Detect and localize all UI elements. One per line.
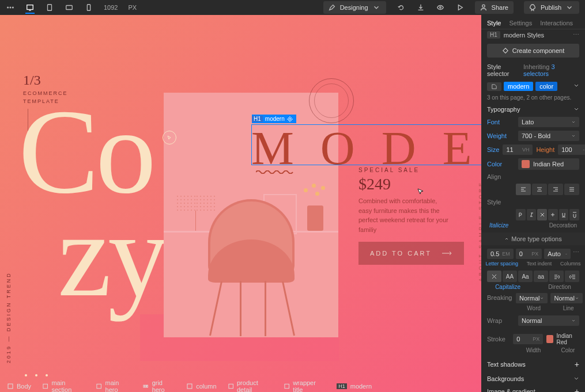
word-break-field[interactable]: Normal: [516, 293, 548, 303]
chevron-down-icon: [565, 3, 574, 12]
text-color-field[interactable]: Indian Red: [518, 158, 579, 170]
stroke-width-field[interactable]: 0PX: [513, 334, 543, 344]
align-left-button[interactable]: [516, 184, 531, 195]
stroke-swatch[interactable]: [546, 335, 553, 343]
size-field[interactable]: 11VH: [503, 144, 533, 155]
design-canvas[interactable]: 1/3 ECOMMERCETEMPLATE Co zy 2019 — DESIG…: [0, 15, 481, 392]
share-button[interactable]: Share: [475, 1, 514, 14]
align-right-button[interactable]: [548, 184, 563, 195]
decoration-overline-button[interactable]: [569, 209, 579, 220]
breadcrumb-item[interactable]: product detail: [222, 379, 278, 392]
breaking-label: Breaking: [487, 294, 515, 301]
align-label: Align: [487, 173, 515, 180]
align-center-button[interactable]: [532, 184, 547, 195]
weight-field[interactable]: 700 - Bold: [518, 131, 579, 141]
rocket-icon: [528, 3, 537, 12]
add-shadow-button[interactable]: +: [575, 360, 579, 369]
breadcrumb-item[interactable]: main section: [37, 379, 90, 392]
direction-rtl-button[interactable]: [565, 271, 579, 282]
class-icon: [487, 82, 501, 91]
wrap-field[interactable]: Normal: [518, 315, 579, 326]
svg-rect-17: [229, 384, 233, 388]
class-chip-color[interactable]: color: [535, 82, 557, 91]
chevron-down-icon[interactable]: [573, 106, 579, 112]
svg-point-2: [13, 7, 14, 8]
inheriting-label[interactable]: Inheriting 3 selectors: [523, 63, 579, 77]
stroke-color-label: Color: [561, 347, 575, 353]
uppercase-button[interactable]: AA: [503, 271, 517, 282]
breadcrumb-item[interactable]: wrapper title: [278, 379, 331, 392]
style-regular-button[interactable]: [516, 209, 526, 220]
svg-rect-12: [97, 384, 101, 388]
direction-ltr-button[interactable]: [549, 271, 564, 282]
letter-spacing-field[interactable]: 0.5EM: [487, 249, 514, 259]
typography-heading[interactable]: Typography: [487, 106, 520, 113]
svg-rect-14: [145, 385, 146, 387]
breadcrumb-item[interactable]: column: [181, 383, 222, 390]
tablet-landscape-icon[interactable]: [65, 3, 74, 12]
decoration-none-button[interactable]: [537, 209, 547, 220]
add-to-cart-button[interactable]: ADD TO CART: [358, 242, 464, 265]
canvas-width-value[interactable]: 1092: [104, 4, 118, 11]
svg-rect-5: [66, 6, 73, 10]
undo-icon[interactable]: [397, 3, 406, 12]
svg-point-1: [10, 7, 11, 8]
gear-icon[interactable]: [287, 116, 293, 122]
size-label: Size: [487, 146, 499, 153]
decoration-underline-button[interactable]: [559, 209, 569, 220]
svg-point-9: [289, 118, 291, 120]
breadcrumb-item[interactable]: Body: [2, 383, 37, 390]
svg-point-0: [7, 7, 9, 8]
export-icon[interactable]: [416, 3, 425, 12]
add-bg-button[interactable]: +: [575, 387, 579, 392]
preview-icon[interactable]: [436, 3, 445, 12]
align-justify-button[interactable]: [564, 184, 579, 195]
mobile-icon[interactable]: [84, 3, 93, 12]
stamp-badge: [309, 78, 354, 123]
chevron-down-icon[interactable]: [573, 83, 579, 90]
breadcrumb-item[interactable]: grid hero: [137, 379, 181, 392]
capitalize-button[interactable]: Aa: [518, 271, 533, 282]
product-description: Combined with comfortable, easy furnitur…: [358, 196, 451, 234]
backgrounds-heading[interactable]: Backgrounds: [487, 375, 524, 382]
decoration-label: Decoration: [549, 222, 577, 229]
columns-field[interactable]: Auto-: [544, 249, 571, 259]
mode-designing-pill[interactable]: Designing: [323, 1, 386, 14]
tab-interactions[interactable]: Interactions: [540, 20, 573, 26]
lowercase-button[interactable]: aa: [534, 271, 548, 282]
stroke-color-value: Indian Red: [557, 333, 579, 345]
pager-dots[interactable]: [25, 374, 48, 376]
text-indent-field[interactable]: 0PX: [516, 249, 542, 259]
more-type-options-toggle[interactable]: More type options: [481, 233, 585, 245]
style-selector-label: Style selector: [487, 63, 523, 77]
tablet-portrait-icon[interactable]: [45, 3, 54, 12]
create-component-button[interactable]: Create component: [487, 44, 579, 58]
desktop-large-icon[interactable]: [25, 5, 35, 14]
breadcrumb-item[interactable]: H1modern: [331, 383, 378, 390]
tab-settings[interactable]: Settings: [509, 20, 532, 26]
class-selector[interactable]: modern color: [481, 79, 585, 93]
style-italic-button[interactable]: [527, 209, 537, 220]
special-sale-label: SPECIAL SALE: [358, 167, 420, 173]
class-chip-modern[interactable]: modern: [504, 82, 533, 91]
menu-dots-icon[interactable]: [6, 3, 15, 12]
decoration-strike-button[interactable]: [548, 209, 558, 220]
font-field[interactable]: Lato: [518, 117, 579, 127]
selection-tag[interactable]: H1 modern: [252, 115, 296, 123]
trend-label: 2019 — DESIGN TREND: [6, 272, 12, 363]
breadcrumb: Body main section main hero grid hero co…: [2, 380, 378, 392]
publish-button[interactable]: Publish: [524, 1, 579, 14]
columns-label: Columns: [560, 261, 581, 267]
tab-style[interactable]: Style: [487, 20, 501, 26]
height-field[interactable]: 100-: [558, 144, 585, 155]
line-break-field[interactable]: Normal: [550, 293, 582, 303]
element-more-icon[interactable]: ⋯: [573, 31, 579, 39]
element-name-row: H1 modern Styles ⋯: [481, 29, 585, 40]
play-icon[interactable]: [455, 3, 465, 12]
text-shadows-heading[interactable]: Text shadows: [487, 361, 526, 368]
person-icon: [479, 3, 488, 12]
breadcrumb-item[interactable]: main hero: [90, 379, 137, 392]
chevron-down-icon[interactable]: [573, 376, 579, 382]
more-icon[interactable]: ⋯: [573, 249, 579, 259]
text-transform-none-button[interactable]: [487, 271, 501, 282]
